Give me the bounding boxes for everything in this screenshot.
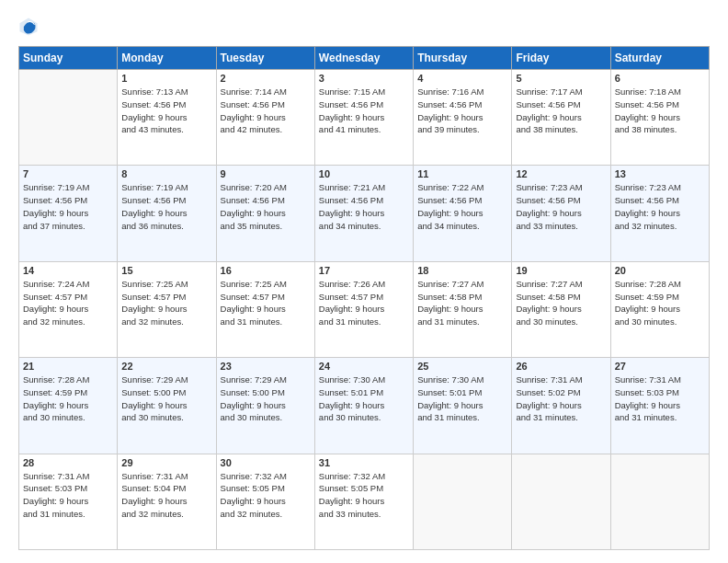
day-info: Sunrise: 7:28 AM Sunset: 4:59 PM Dayligh… xyxy=(23,373,113,424)
calendar-cell: 13Sunrise: 7:23 AM Sunset: 4:56 PM Dayli… xyxy=(610,166,709,261)
day-number: 1 xyxy=(121,73,211,84)
calendar-cell: 18Sunrise: 7:27 AM Sunset: 4:58 PM Dayli… xyxy=(414,261,512,357)
day-info: Sunrise: 7:25 AM Sunset: 4:57 PM Dayligh… xyxy=(121,278,211,328)
calendar-cell: 1Sunrise: 7:13 AM Sunset: 4:56 PM Daylig… xyxy=(118,70,216,166)
day-info: Sunrise: 7:22 AM Sunset: 4:56 PM Dayligh… xyxy=(417,181,507,232)
day-number: 6 xyxy=(615,73,705,84)
calendar-cell: 14Sunrise: 7:24 AM Sunset: 4:57 PM Dayli… xyxy=(19,261,118,357)
day-info: Sunrise: 7:16 AM Sunset: 4:56 PM Dayligh… xyxy=(417,86,507,136)
calendar-cell: 11Sunrise: 7:22 AM Sunset: 4:56 PM Dayli… xyxy=(414,166,512,261)
day-info: Sunrise: 7:32 AM Sunset: 5:05 PM Dayligh… xyxy=(319,470,409,521)
day-number: 23 xyxy=(221,361,311,372)
calendar-cell: 22Sunrise: 7:29 AM Sunset: 5:00 PM Dayli… xyxy=(118,358,216,454)
day-info: Sunrise: 7:30 AM Sunset: 5:01 PM Dayligh… xyxy=(417,373,507,424)
calendar-cell: 26Sunrise: 7:31 AM Sunset: 5:02 PM Dayli… xyxy=(512,358,610,454)
calendar-cell: 28Sunrise: 7:31 AM Sunset: 5:03 PM Dayli… xyxy=(19,454,118,549)
calendar-cell: 2Sunrise: 7:14 AM Sunset: 4:56 PM Daylig… xyxy=(216,70,314,166)
calendar-cell: 30Sunrise: 7:32 AM Sunset: 5:05 PM Dayli… xyxy=(216,454,314,549)
day-number: 20 xyxy=(615,265,705,276)
day-number: 12 xyxy=(516,168,606,179)
day-info: Sunrise: 7:15 AM Sunset: 4:56 PM Dayligh… xyxy=(319,86,409,136)
day-number: 29 xyxy=(121,457,211,468)
calendar-cell: 17Sunrise: 7:26 AM Sunset: 4:57 PM Dayli… xyxy=(314,261,413,357)
calendar-cell xyxy=(610,454,709,549)
day-info: Sunrise: 7:31 AM Sunset: 5:02 PM Dayligh… xyxy=(516,373,606,424)
day-info: Sunrise: 7:18 AM Sunset: 4:56 PM Dayligh… xyxy=(615,86,705,136)
calendar-cell: 29Sunrise: 7:31 AM Sunset: 5:04 PM Dayli… xyxy=(118,454,216,549)
calendar-cell xyxy=(414,454,512,549)
logo-icon xyxy=(18,17,39,37)
day-info: Sunrise: 7:26 AM Sunset: 4:57 PM Dayligh… xyxy=(319,278,409,328)
day-number: 30 xyxy=(221,457,311,468)
calendar-cell: 3Sunrise: 7:15 AM Sunset: 4:56 PM Daylig… xyxy=(314,70,413,166)
calendar-cell: 7Sunrise: 7:19 AM Sunset: 4:56 PM Daylig… xyxy=(19,166,118,261)
calendar-cell: 8Sunrise: 7:19 AM Sunset: 4:56 PM Daylig… xyxy=(118,166,216,261)
day-number: 31 xyxy=(319,457,409,468)
calendar-week-row: 1Sunrise: 7:13 AM Sunset: 4:56 PM Daylig… xyxy=(19,70,710,166)
day-info: Sunrise: 7:29 AM Sunset: 5:00 PM Dayligh… xyxy=(121,373,211,424)
calendar-cell: 27Sunrise: 7:31 AM Sunset: 5:03 PM Dayli… xyxy=(610,358,709,454)
day-info: Sunrise: 7:14 AM Sunset: 4:56 PM Dayligh… xyxy=(221,86,311,136)
day-info: Sunrise: 7:27 AM Sunset: 4:58 PM Dayligh… xyxy=(417,278,507,328)
weekday-header-tuesday: Tuesday xyxy=(216,47,314,70)
day-number: 21 xyxy=(23,361,113,372)
day-number: 24 xyxy=(319,361,409,372)
day-info: Sunrise: 7:20 AM Sunset: 4:56 PM Dayligh… xyxy=(221,181,311,232)
day-number: 13 xyxy=(615,168,705,179)
day-number: 26 xyxy=(516,361,606,372)
day-info: Sunrise: 7:28 AM Sunset: 4:59 PM Dayligh… xyxy=(615,278,705,328)
weekday-header-monday: Monday xyxy=(118,47,216,70)
calendar-week-row: 28Sunrise: 7:31 AM Sunset: 5:03 PM Dayli… xyxy=(19,454,710,549)
day-info: Sunrise: 7:21 AM Sunset: 4:56 PM Dayligh… xyxy=(319,181,409,232)
calendar-cell: 23Sunrise: 7:29 AM Sunset: 5:00 PM Dayli… xyxy=(216,358,314,454)
calendar-cell xyxy=(512,454,610,549)
day-number: 17 xyxy=(319,265,409,276)
day-number: 16 xyxy=(221,265,311,276)
day-number: 10 xyxy=(319,168,409,179)
day-number: 4 xyxy=(417,73,507,84)
day-number: 18 xyxy=(417,265,507,276)
page: SundayMondayTuesdayWednesdayThursdayFrid… xyxy=(0,0,728,563)
calendar-cell: 16Sunrise: 7:25 AM Sunset: 4:57 PM Dayli… xyxy=(216,261,314,357)
calendar-cell: 12Sunrise: 7:23 AM Sunset: 4:56 PM Dayli… xyxy=(512,166,610,261)
calendar-cell: 31Sunrise: 7:32 AM Sunset: 5:05 PM Dayli… xyxy=(314,454,413,549)
day-info: Sunrise: 7:17 AM Sunset: 4:56 PM Dayligh… xyxy=(516,86,606,136)
day-number: 7 xyxy=(23,168,113,179)
calendar-cell: 15Sunrise: 7:25 AM Sunset: 4:57 PM Dayli… xyxy=(118,261,216,357)
day-info: Sunrise: 7:23 AM Sunset: 4:56 PM Dayligh… xyxy=(516,181,606,232)
day-number: 25 xyxy=(417,361,507,372)
day-number: 27 xyxy=(615,361,705,372)
weekday-header-sunday: Sunday xyxy=(19,47,118,70)
weekday-header-friday: Friday xyxy=(512,47,610,70)
day-number: 3 xyxy=(319,73,409,84)
day-info: Sunrise: 7:30 AM Sunset: 5:01 PM Dayligh… xyxy=(319,373,409,424)
calendar: SundayMondayTuesdayWednesdayThursdayFrid… xyxy=(18,46,710,550)
day-info: Sunrise: 7:31 AM Sunset: 5:03 PM Dayligh… xyxy=(615,373,705,424)
calendar-cell: 20Sunrise: 7:28 AM Sunset: 4:59 PM Dayli… xyxy=(610,261,709,357)
day-number: 14 xyxy=(23,265,113,276)
day-info: Sunrise: 7:29 AM Sunset: 5:00 PM Dayligh… xyxy=(221,373,311,424)
weekday-header-wednesday: Wednesday xyxy=(314,47,413,70)
calendar-cell: 19Sunrise: 7:27 AM Sunset: 4:58 PM Dayli… xyxy=(512,261,610,357)
calendar-cell: 6Sunrise: 7:18 AM Sunset: 4:56 PM Daylig… xyxy=(610,70,709,166)
weekday-header-saturday: Saturday xyxy=(610,47,709,70)
day-info: Sunrise: 7:27 AM Sunset: 4:58 PM Dayligh… xyxy=(516,278,606,328)
weekday-header-row: SundayMondayTuesdayWednesdayThursdayFrid… xyxy=(19,47,710,70)
day-number: 2 xyxy=(221,73,311,84)
day-number: 5 xyxy=(516,73,606,84)
weekday-header-thursday: Thursday xyxy=(414,47,512,70)
calendar-cell: 9Sunrise: 7:20 AM Sunset: 4:56 PM Daylig… xyxy=(216,166,314,261)
day-info: Sunrise: 7:31 AM Sunset: 5:04 PM Dayligh… xyxy=(121,470,211,521)
logo xyxy=(18,17,42,37)
day-number: 28 xyxy=(23,457,113,468)
day-info: Sunrise: 7:13 AM Sunset: 4:56 PM Dayligh… xyxy=(121,86,211,136)
day-number: 22 xyxy=(121,361,211,372)
day-info: Sunrise: 7:31 AM Sunset: 5:03 PM Dayligh… xyxy=(23,470,113,521)
day-number: 9 xyxy=(221,168,311,179)
day-info: Sunrise: 7:25 AM Sunset: 4:57 PM Dayligh… xyxy=(221,278,311,328)
day-info: Sunrise: 7:19 AM Sunset: 4:56 PM Dayligh… xyxy=(121,181,211,232)
day-info: Sunrise: 7:19 AM Sunset: 4:56 PM Dayligh… xyxy=(23,181,113,232)
day-number: 11 xyxy=(417,168,507,179)
calendar-week-row: 14Sunrise: 7:24 AM Sunset: 4:57 PM Dayli… xyxy=(19,261,710,357)
header xyxy=(18,17,710,37)
